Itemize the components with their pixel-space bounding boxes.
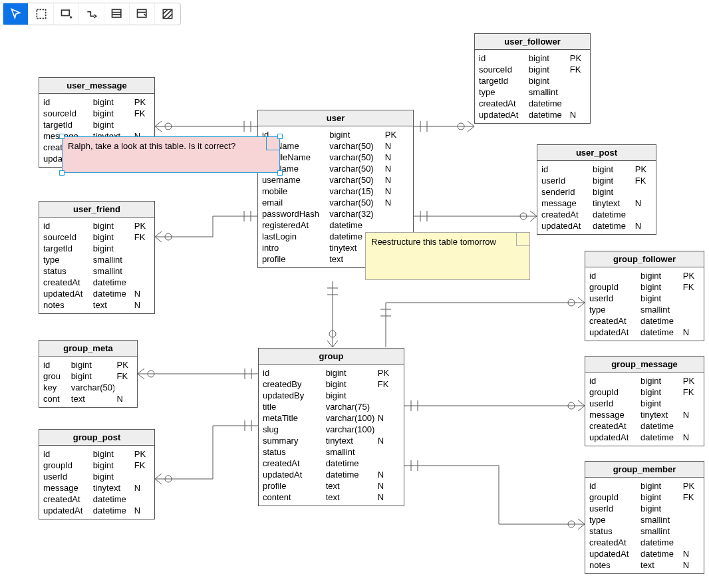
tool-note[interactable] <box>130 3 155 25</box>
col-type: datetime <box>529 98 567 109</box>
tool-add-row[interactable] <box>54 3 79 25</box>
col-type: bigint <box>329 129 382 140</box>
column-row: idbigintPK <box>43 359 133 370</box>
column-row: createdAtdatetime <box>43 277 150 288</box>
col-name: notes <box>43 299 90 311</box>
entity-group-message[interactable]: group_message idbigintPKgroupIdbigintFKu… <box>585 356 704 446</box>
svg-point-5 <box>165 123 172 130</box>
col-name: type <box>589 304 638 315</box>
note-yellow[interactable]: Reestructure this table tomorrow <box>365 232 530 280</box>
col-name: cont <box>43 393 69 404</box>
selection-handle[interactable] <box>59 170 65 176</box>
col-key: N <box>378 412 405 424</box>
col-name: title <box>263 401 323 412</box>
entity-title: group_meta <box>39 341 137 357</box>
col-key: PK <box>134 96 156 108</box>
svg-point-10 <box>148 370 154 377</box>
col-type: bigint <box>640 386 680 398</box>
entity-title: user_friend <box>39 202 154 218</box>
entity-body: idbigintPKsourceIdbigintFKtargetIdbigint… <box>475 50 590 123</box>
col-type: bigint <box>529 53 567 64</box>
col-name: updatedAt <box>263 469 323 480</box>
col-type: bigint <box>326 367 375 378</box>
entity-group[interactable]: group idbigintPKcreatedBybigintFKupdated… <box>258 348 404 506</box>
note-text: Reestructure this table tomorrow <box>371 237 496 247</box>
tool-connector[interactable] <box>79 3 104 25</box>
tool-cursor[interactable] <box>3 3 29 25</box>
col-key: N <box>385 186 414 197</box>
column-row: idbigintPK <box>262 129 409 140</box>
col-key: N <box>683 548 705 559</box>
entity-body: idbigintPKsourceIdbigintFKtargetIdbigint… <box>39 218 154 313</box>
selection-handle[interactable] <box>277 134 283 139</box>
col-name: slug <box>263 424 323 435</box>
col-key <box>385 220 414 231</box>
col-key <box>134 119 156 130</box>
entity-user-friend[interactable]: user_friend idbigintPKsourceIdbigintFKta… <box>39 201 155 314</box>
col-type: varchar(32) <box>329 208 382 220</box>
column-row: typesmallint <box>589 304 700 315</box>
entity-group-meta[interactable]: group_meta idbigintPKgroubigintFKkeyvarc… <box>39 340 138 408</box>
selection-handle[interactable] <box>277 170 283 176</box>
tool-hatch[interactable] <box>155 3 180 25</box>
column-row: contenttextN <box>263 492 400 503</box>
entity-group-post[interactable]: group_post idbigintPKgroupIdbigintFKuser… <box>39 429 155 519</box>
entity-group-follower[interactable]: group_follower idbigintPKgroupIdbigintFK… <box>585 251 704 341</box>
entity-body: idbigintPKgroupIdbigintFKuserIdbiginttyp… <box>585 267 704 341</box>
col-type: bigint <box>640 270 680 281</box>
col-name: type <box>43 254 90 265</box>
col-name: id <box>589 480 638 492</box>
col-name: profile <box>263 480 323 492</box>
entity-body: idbigintPKgroupIdbigintFKuserIdbigintmes… <box>585 372 704 446</box>
col-type: smallint <box>93 265 132 277</box>
entity-title: user <box>258 110 413 126</box>
column-row: mobilevarchar(15)N <box>262 186 409 197</box>
col-name: createdAt <box>541 209 590 220</box>
col-key <box>378 458 405 469</box>
col-type: tinytext <box>326 435 375 446</box>
col-key <box>683 525 705 537</box>
column-row: profiletextN <box>263 480 400 492</box>
entity-user-post[interactable]: user_post idbigintPKuserIdbigintFKsender… <box>537 144 656 235</box>
col-type: datetime <box>326 469 375 480</box>
col-key: FK <box>134 108 156 119</box>
tool-table[interactable] <box>104 3 130 25</box>
col-name: username <box>262 174 327 186</box>
col-type: bigint <box>93 460 132 471</box>
col-key: N <box>378 469 405 480</box>
column-row: createdAtdatetime <box>479 98 586 109</box>
col-key <box>378 401 405 412</box>
col-type: datetime <box>640 548 680 559</box>
col-name: type <box>589 514 638 525</box>
col-type: datetime <box>593 220 633 231</box>
col-key: N <box>378 435 405 446</box>
entity-group-member[interactable]: group_member idbigintPKgroupIdbigintFKus… <box>585 461 704 574</box>
col-type: bigint <box>93 471 132 482</box>
column-row: typesmallint <box>479 86 586 98</box>
column-row: conttextN <box>43 393 133 404</box>
col-type: bigint <box>593 164 633 175</box>
column-row: createdBybigintFK <box>263 378 400 390</box>
col-type: datetime <box>93 494 132 505</box>
col-name: message <box>43 482 90 494</box>
column-row: targetIdbigint <box>43 119 150 130</box>
column-row: statussmallint <box>589 525 700 537</box>
column-row: createdAtdatetime <box>541 209 652 220</box>
note-pink[interactable]: Ralph, take a look at this table. Is it … <box>62 136 280 173</box>
col-name: id <box>43 448 90 460</box>
col-key: PK <box>385 129 414 140</box>
col-name: id <box>263 367 323 378</box>
entity-user-follower[interactable]: user_follower idbigintPKsourceIdbigintFK… <box>474 33 591 124</box>
column-row: idbigintPK <box>541 164 652 175</box>
col-name: content <box>263 492 323 503</box>
col-type: tinytext <box>640 409 680 420</box>
column-row: createdAtdatetime <box>43 494 150 505</box>
col-type: smallint <box>93 254 132 265</box>
col-name: updatedAt <box>541 220 590 231</box>
col-name: groupId <box>43 460 90 471</box>
col-key: N <box>134 288 156 299</box>
selection-handle[interactable] <box>59 134 65 139</box>
tool-marquee[interactable] <box>29 3 54 25</box>
col-type: datetime <box>529 109 567 120</box>
column-row: groubigintFK <box>43 370 133 382</box>
